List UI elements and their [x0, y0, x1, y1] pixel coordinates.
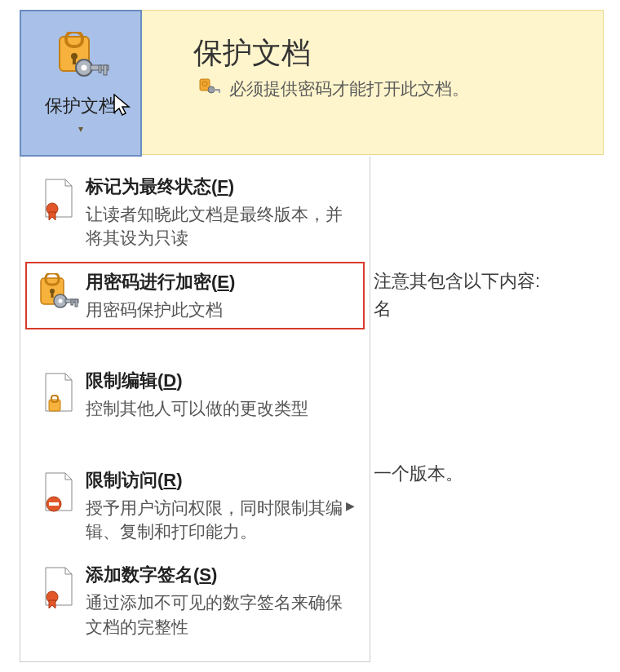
svg-point-10 [82, 65, 87, 71]
svg-rect-13 [99, 65, 101, 73]
menu-item-digital-signature[interactable]: 添加数字签名(S) 通过添加不可见的数字签名来确保文档的完整性 [25, 555, 365, 647]
svg-rect-23 [71, 299, 73, 305]
doc-lock-icon [35, 372, 82, 414]
protect-button-label: 保护文档 [45, 94, 117, 118]
lock-key-icon [51, 32, 110, 87]
doc-ribbon-icon [35, 566, 82, 608]
svg-point-2 [208, 86, 215, 93]
menu-item-restrict-access[interactable]: 限制访问(R) 授予用户访问权限，同时限制其编辑、复制和打印能力。 ▶ [25, 460, 365, 552]
menu-item-mark-final[interactable]: 标记为最终状态(F) 让读者知晓此文档是最终版本，并将其设为只读 [25, 166, 365, 259]
menu-title: 用密码进行加密(E) [86, 270, 355, 294]
menu-item-restrict-editing[interactable]: 限制编辑(D) 控制其他人可以做的更改类型 [25, 360, 365, 428]
protect-title: 保护文档 [193, 33, 311, 73]
svg-rect-27 [49, 502, 59, 506]
bg-text-line2: 名 [374, 297, 392, 321]
chevron-right-icon: ▶ [346, 499, 355, 512]
protect-document-button[interactable]: 保护文档 ▾ [20, 10, 142, 157]
chevron-down-icon: ▾ [78, 123, 83, 135]
protect-dropdown-menu: 标记为最终状态(F) 让读者知晓此文档是最终版本，并将其设为只读 用密码进行加密… [20, 157, 370, 662]
doc-noentry-icon [35, 471, 82, 514]
svg-rect-18 [51, 291, 54, 298]
menu-desc: 通过添加不可见的数字签名来确保文档的完整性 [86, 590, 355, 639]
menu-desc: 用密码保护此文档 [86, 298, 355, 321]
menu-title: 标记为最终状态(F) [86, 175, 355, 199]
svg-point-20 [59, 298, 63, 303]
svg-rect-8 [73, 56, 76, 64]
svg-rect-12 [104, 65, 107, 75]
bg-text-line3: 一个版本。 [374, 462, 463, 486]
cursor-icon [113, 93, 134, 121]
menu-title: 限制访问(R) [86, 468, 343, 493]
svg-rect-22 [75, 299, 78, 307]
protect-desc-text: 必须提供密码才能打开此文档。 [229, 77, 469, 100]
svg-rect-4 [219, 89, 220, 93]
menu-title: 添加数字签名(S) [86, 563, 355, 587]
menu-desc: 让读者知晓此文档是最终版本，并将其设为只读 [86, 202, 355, 250]
lock-key-icon [35, 273, 82, 312]
lock-key-icon [198, 78, 221, 99]
menu-desc: 授予用户访问权限，同时限制其编辑、复制和打印能力。 [86, 496, 343, 544]
bg-text-line1: 注意其包含以下内容: [374, 269, 540, 294]
doc-ribbon-icon [35, 178, 82, 220]
menu-desc: 控制其他人可以做的更改类型 [86, 396, 355, 420]
menu-title: 限制编辑(D) [86, 369, 355, 393]
protect-desc-row: 必须提供密码才能打开此文档。 [198, 77, 469, 100]
menu-item-encrypt-password[interactable]: 用密码进行加密(E) 用密码保护此文档 [25, 262, 365, 329]
